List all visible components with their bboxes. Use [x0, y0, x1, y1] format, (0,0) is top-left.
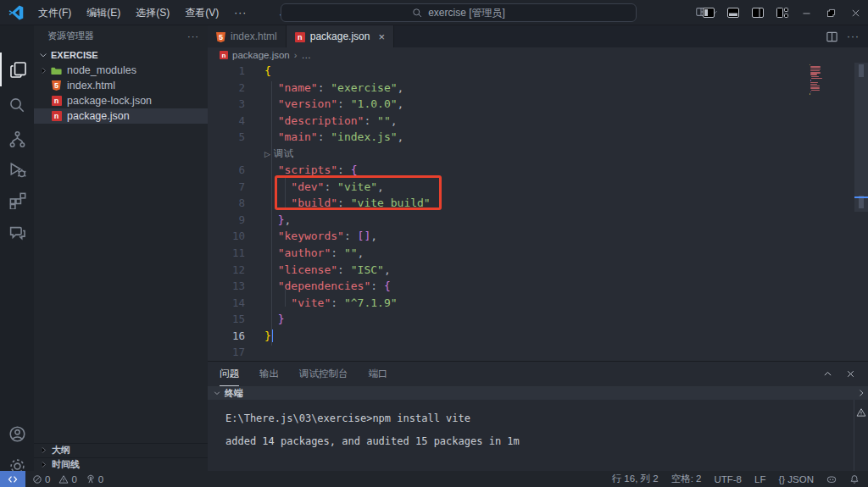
file-row-node_modules[interactable]: node_modules [34, 63, 208, 78]
panel-tab-调试控制台[interactable]: 调试控制台 [299, 362, 348, 386]
workspace-root-label: EXERCISE [51, 50, 98, 60]
panel-bottom-icon[interactable] [721, 0, 745, 25]
code-line-3[interactable]: 3 "version": "1.0.0", [208, 96, 868, 113]
file-row-package.json[interactable]: n package.json [34, 108, 208, 124]
html-file-icon: 5 [216, 30, 225, 42]
code-line-14[interactable]: 14 "vite": "^7.1.9" [208, 295, 868, 312]
code-line-5[interactable]: 5 "main": "index.js", [208, 129, 868, 146]
code-line-2[interactable]: 2 "name": "exercise", [208, 80, 868, 97]
workspace-root-row[interactable]: EXERCISE [34, 47, 208, 63]
terminal-section-header[interactable]: 终端 [208, 386, 868, 400]
panel-tab-输出[interactable]: 输出 [259, 362, 279, 386]
bell-icon [849, 474, 860, 484]
line-number: 12 [208, 262, 245, 279]
menu-2[interactable]: 选择(S) [128, 0, 177, 25]
tab-label: package.json [310, 30, 370, 42]
copilot-icon [826, 474, 837, 484]
scrollbar-slider[interactable] [854, 63, 868, 212]
minimap[interactable] [810, 64, 852, 97]
terminal-line: E:\There.js\03\exercise>npm install vite [225, 413, 854, 425]
file-label: node_modules [67, 64, 136, 76]
chevron-right-icon[interactable] [856, 388, 866, 398]
status-value: 0 [45, 474, 50, 484]
file-row-package-lock.json[interactable]: n package-lock.json [34, 93, 208, 108]
annotation-red-box [275, 175, 442, 210]
close-panel-icon[interactable] [845, 368, 856, 379]
chevron-up-icon[interactable] [822, 368, 833, 379]
breadcrumb-file: package.json [232, 50, 290, 60]
code-line-4[interactable]: 4 "description": "", [208, 113, 868, 130]
panel-tab-问题[interactable]: 问题 [220, 362, 239, 386]
menubar-overflow-button[interactable]: ··· [226, 7, 254, 19]
status-bell[interactable] [849, 474, 860, 484]
code-line-12[interactable]: 12 "license": "ISC", [208, 262, 868, 279]
line-number: 6 [208, 162, 245, 179]
status-value: LF [754, 474, 765, 484]
menu-0[interactable]: 文件(F) [31, 0, 79, 25]
search-icon [412, 8, 423, 19]
status-left: 0 0 0 [32, 474, 103, 484]
status-tower[interactable]: 0 [86, 474, 103, 484]
status-空格: 2[interactable]: 空格: 2 [671, 473, 702, 485]
activity-search-icon[interactable] [0, 88, 34, 122]
sidebar-bottom-sections: 大纲 时间线 [34, 443, 208, 471]
activity-run-debug-icon[interactable] [0, 152, 34, 186]
code-line-11[interactable]: 11 "author": "", [208, 245, 868, 262]
status-{} JSON[interactable]: {} JSON [778, 474, 814, 484]
minimize-icon[interactable] [794, 0, 819, 25]
split-editor-icon[interactable] [826, 30, 838, 43]
menu-1[interactable]: 编辑(E) [79, 0, 128, 25]
activity-source-control-icon[interactable] [0, 122, 34, 156]
close-icon[interactable] [843, 0, 868, 25]
panel-tab-端口[interactable]: 端口 [369, 362, 388, 386]
status-error-circle[interactable]: 0 [32, 474, 50, 484]
restore-icon[interactable] [819, 0, 843, 25]
terminal-line: added 14 packages, and audited 15 packag… [225, 436, 854, 448]
remote-indicator[interactable] [0, 471, 25, 487]
sidebar-section-时间线[interactable]: 时间线 [34, 457, 208, 472]
code-line-16[interactable]: 16 } [208, 328, 868, 345]
npm-file-icon: n [295, 30, 305, 42]
sidebar-section-大纲[interactable]: 大纲 [34, 443, 208, 457]
line-number: 11 [208, 245, 245, 262]
code-editor[interactable]: 1 { 2 "name": "exercise", 3 "version": "… [208, 63, 868, 361]
vscode-logo-icon [8, 5, 24, 20]
command-center-search[interactable]: exercise [管理员] [281, 3, 637, 22]
panel-tab-bar: 问题输出调试控制台端口 [208, 362, 868, 386]
code-line-10[interactable]: 10 "keywords": [], [208, 228, 868, 245]
activity-account-icon[interactable] [0, 417, 34, 451]
line-number: 1 [208, 63, 245, 80]
editor-scrollbar[interactable] [854, 63, 868, 361]
status-warning[interactable]: 0 [58, 474, 76, 484]
code-line-9[interactable]: 9 }, [208, 212, 868, 229]
activity-explorer-icon[interactable] [0, 53, 34, 86]
breadcrumb[interactable]: n package.json › … [208, 47, 868, 63]
tab-index.html[interactable]: 5 index.html [208, 25, 287, 47]
tower-icon [86, 474, 96, 484]
code-line-1[interactable]: 1 { [208, 63, 868, 80]
status-LF[interactable]: LF [754, 474, 765, 484]
close-tab-icon[interactable]: × [378, 30, 385, 43]
status-copilot[interactable] [826, 474, 837, 484]
menu-3[interactable]: 查看(V) [177, 0, 226, 25]
terminal-output[interactable]: E:\There.js\03\exercise>npm install vite… [208, 400, 854, 471]
layout-custom-icon[interactable] [770, 0, 794, 25]
file-row-index.html[interactable]: 5 index.html [34, 78, 208, 93]
codelens-row[interactable]: ▷调试 [208, 146, 868, 163]
panel-left-icon[interactable] [696, 0, 721, 25]
code-line-17[interactable]: 17 [208, 344, 868, 361]
activity-chat-icon[interactable] [0, 215, 34, 249]
status-UTF-8[interactable]: UTF-8 [714, 474, 742, 484]
line-number: 13 [208, 278, 245, 295]
sidebar-more-button[interactable]: ··· [187, 31, 199, 42]
tab-package.json[interactable]: n package.json × [287, 25, 394, 47]
status-行 16, 列 2[interactable]: 行 16, 列 2 [612, 473, 659, 485]
code-line-13[interactable]: 13 "dependencies": { [208, 278, 868, 295]
code-line-15[interactable]: 15 } [208, 311, 868, 328]
line-number: 9 [208, 212, 245, 229]
status-right: 行 16, 列 2 空格: 2 UTF-8 LF {} JSON [612, 473, 868, 485]
panel-right-icon[interactable] [745, 0, 770, 25]
editor-more-button[interactable]: ··· [847, 30, 860, 42]
activity-extensions-icon[interactable] [0, 183, 34, 217]
status-bar: 0 0 0 行 16, 列 2 空格: 2 UTF-8 LF {} JSON [0, 471, 868, 487]
